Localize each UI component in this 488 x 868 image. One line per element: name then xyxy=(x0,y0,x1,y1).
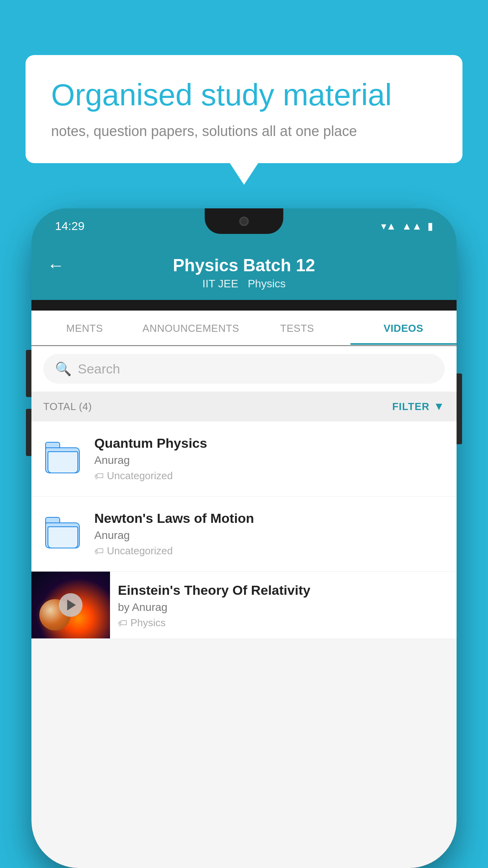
phone-content: 🔍 Search TOTAL (4) FILTER ▼ xyxy=(31,346,457,868)
tab-videos[interactable]: VIDEOS xyxy=(350,311,457,345)
video-item-newtons-laws[interactable]: Newton's Laws of Motion Anurag 🏷 Uncateg… xyxy=(31,497,457,572)
tabs-bar: MENTS ANNOUNCEMENTS TESTS VIDEOS xyxy=(31,311,457,346)
video-item-einstein[interactable]: Einstein's Theory Of Relativity by Anura… xyxy=(31,572,457,639)
tab-announcements[interactable]: ANNOUNCEMENTS xyxy=(138,311,244,345)
tag-icon: 🏷 xyxy=(94,471,104,482)
status-bar: 14:29 ▾▲ ▲▲ ▮ xyxy=(31,208,457,244)
bubble-subtitle: notes, question papers, solutions all at… xyxy=(51,123,437,140)
play-triangle-icon xyxy=(67,600,76,611)
search-icon: 🔍 xyxy=(55,361,72,377)
play-button[interactable] xyxy=(59,593,83,617)
filter-funnel-icon: ▼ xyxy=(433,400,445,413)
tag-icon-3: 🏷 xyxy=(118,618,127,629)
video-author-2: Anurag xyxy=(94,529,445,542)
video-category-2: Uncategorized xyxy=(107,545,173,557)
status-icons: ▾▲ ▲▲ ▮ xyxy=(381,220,433,232)
total-count: TOTAL (4) xyxy=(43,401,92,413)
app-header: ← Physics Batch 12 IIT JEE Physics xyxy=(31,244,457,300)
tab-ments[interactable]: MENTS xyxy=(31,311,138,345)
video-title-2: Newton's Laws of Motion xyxy=(94,511,445,526)
front-camera xyxy=(239,217,249,226)
video-info-einstein: Einstein's Theory Of Relativity by Anura… xyxy=(110,572,457,637)
video-author: Anurag xyxy=(94,454,445,467)
filter-button[interactable]: FILTER ▼ xyxy=(392,400,445,413)
folder-icon-2 xyxy=(45,517,81,548)
video-title: Quantum Physics xyxy=(94,436,445,451)
header-row: ← Physics Batch 12 xyxy=(47,256,441,275)
video-tag-row: 🏷 Uncategorized xyxy=(94,470,445,482)
phone-power-button[interactable] xyxy=(457,373,462,444)
video-category-3: Physics xyxy=(130,617,166,629)
folder-icon xyxy=(45,442,81,473)
folder-icon-container-2 xyxy=(43,513,83,552)
signal-icon: ▲▲ xyxy=(402,220,422,232)
header-title: Physics Batch 12 xyxy=(173,256,315,275)
wifi-icon: ▾▲ xyxy=(381,220,396,232)
search-bar[interactable]: 🔍 Search xyxy=(43,354,445,384)
speech-bubble-container: Organised study material notes, question… xyxy=(26,55,462,163)
video-author-3: by Anurag xyxy=(118,601,449,614)
video-thumbnail xyxy=(31,572,110,638)
header-tag-physics: Physics xyxy=(248,278,285,290)
phone-notch xyxy=(205,208,283,234)
phone-device: 14:29 ▾▲ ▲▲ ▮ ← Physics Batch 12 IIT JEE… xyxy=(31,208,457,868)
folder-icon-container xyxy=(43,438,83,477)
status-time: 14:29 xyxy=(55,219,84,233)
tag-icon-2: 🏷 xyxy=(94,546,104,557)
search-input[interactable]: Search xyxy=(78,361,120,377)
video-category: Uncategorized xyxy=(107,470,173,482)
tab-tests[interactable]: TESTS xyxy=(244,311,350,345)
bubble-title: Organised study material xyxy=(51,77,437,114)
header-subtitle: IIT JEE Physics xyxy=(202,278,286,290)
header-tag-iitjee: IIT JEE xyxy=(202,278,238,290)
filter-label: FILTER xyxy=(392,401,429,413)
battery-icon: ▮ xyxy=(427,220,433,232)
video-info-quantum: Quantum Physics Anurag 🏷 Uncategorized xyxy=(94,436,445,482)
filter-bar: TOTAL (4) FILTER ▼ xyxy=(31,392,457,421)
video-title-3: Einstein's Theory Of Relativity xyxy=(118,583,449,598)
phone-volume-down-button[interactable] xyxy=(26,409,31,456)
video-info-newtons: Newton's Laws of Motion Anurag 🏷 Uncateg… xyxy=(94,511,445,557)
back-button[interactable]: ← xyxy=(47,256,64,275)
video-list: Quantum Physics Anurag 🏷 Uncategorized xyxy=(31,421,457,639)
search-container: 🔍 Search xyxy=(31,346,457,392)
phone-volume-up-button[interactable] xyxy=(26,350,31,397)
speech-bubble: Organised study material notes, question… xyxy=(26,55,462,163)
video-tag-row-2: 🏷 Uncategorized xyxy=(94,545,445,557)
video-tag-row-3: 🏷 Physics xyxy=(118,617,449,629)
video-item-quantum-physics[interactable]: Quantum Physics Anurag 🏷 Uncategorized xyxy=(31,421,457,497)
